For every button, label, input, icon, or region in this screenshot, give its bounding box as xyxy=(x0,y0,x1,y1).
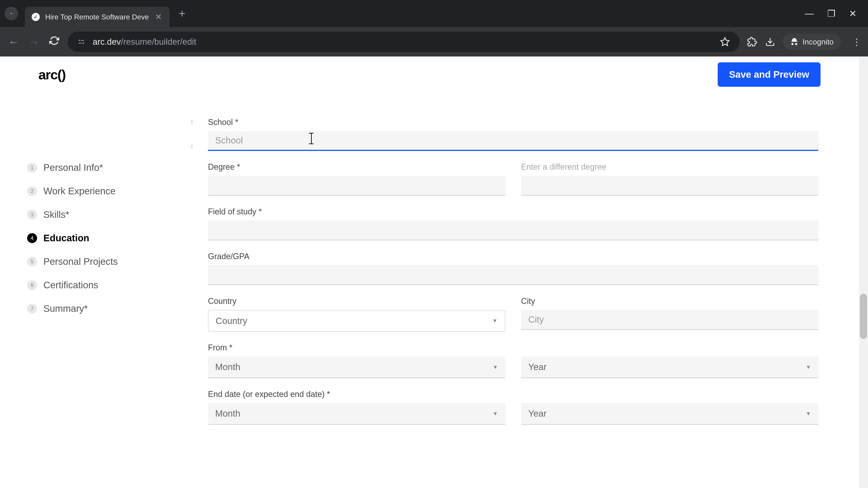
site-settings-icon[interactable] xyxy=(77,37,86,46)
school-input[interactable] xyxy=(208,131,818,151)
city-label: City xyxy=(521,296,818,306)
browser-menu-button[interactable]: ⋮ xyxy=(852,37,861,47)
forward-button[interactable]: → xyxy=(27,36,41,48)
step-label: Personal Projects xyxy=(43,256,118,267)
degree-input[interactable] xyxy=(208,176,505,196)
step-label: Summary* xyxy=(43,303,88,314)
back-button[interactable]: ← xyxy=(7,36,20,48)
field-of-study-input[interactable] xyxy=(208,221,818,240)
logo[interactable]: arc() xyxy=(38,67,66,83)
maximize-button[interactable]: ❐ xyxy=(827,8,835,19)
caret-down-icon: ▼ xyxy=(492,318,498,324)
school-label: School * xyxy=(208,118,818,127)
url-text: arc.dev/resume/builder/edit xyxy=(93,37,712,47)
reload-button[interactable] xyxy=(48,36,61,48)
caret-down-icon: ▼ xyxy=(493,411,498,417)
step-work-experience[interactable]: 2 Work Experience xyxy=(27,180,185,203)
downloads-button[interactable] xyxy=(765,36,776,47)
browser-tab[interactable]: ✓ Hire Top Remote Software Deve ✕ xyxy=(25,7,169,27)
scrollbar-thumb[interactable] xyxy=(860,294,867,339)
step-label: Certifications xyxy=(43,280,98,291)
step-personal-info[interactable]: 1 Personal Info* xyxy=(27,156,185,180)
step-label: Work Experience xyxy=(43,186,116,197)
step-summary[interactable]: 7 Summary* xyxy=(27,297,185,320)
step-number: 5 xyxy=(27,257,37,267)
step-label: Personal Info* xyxy=(43,162,103,173)
country-select[interactable]: Country ▼ xyxy=(208,310,505,332)
app-header: arc() Save and Preview xyxy=(0,57,859,93)
different-degree-label: Enter a different degree xyxy=(521,162,818,172)
reload-icon xyxy=(49,36,59,46)
save-preview-button[interactable]: Save and Preview xyxy=(718,62,820,87)
caret-down-icon: ▼ xyxy=(806,411,811,417)
tab-favicon: ✓ xyxy=(32,13,40,21)
degree-label: Degree * xyxy=(208,162,505,172)
caret-down-icon: ▼ xyxy=(806,364,811,370)
incognito-label: Incognito xyxy=(802,37,834,46)
end-month-select[interactable]: Month ▼ xyxy=(208,403,505,425)
svg-rect-3 xyxy=(79,43,82,43)
minimize-button[interactable]: — xyxy=(805,8,814,19)
steps-sidebar: 1 Personal Info* 2 Work Experience 3 Ski… xyxy=(0,93,185,488)
step-number: 7 xyxy=(27,304,37,314)
step-skills[interactable]: 3 Skills* xyxy=(27,203,185,226)
caret-down-icon: ▼ xyxy=(493,364,498,370)
scrollbar-track[interactable] xyxy=(859,57,868,488)
chevron-down-icon xyxy=(8,10,14,17)
end-date-label: End date (or expected end date) * xyxy=(208,390,505,399)
browser-toolbar: ← → arc.dev/resume/builder/edit Incognit… xyxy=(0,27,868,57)
different-degree-input[interactable] xyxy=(521,176,818,196)
browser-titlebar: ✓ Hire Top Remote Software Deve ✕ + — ❐ … xyxy=(0,0,868,27)
address-bar[interactable]: arc.dev/resume/builder/edit xyxy=(68,32,740,52)
end-year-select[interactable]: Year ▼ xyxy=(521,403,818,425)
step-number: 2 xyxy=(27,186,37,196)
close-window-button[interactable]: ✕ xyxy=(849,8,857,19)
step-label: Skills* xyxy=(43,209,69,220)
tab-search-button[interactable] xyxy=(4,7,18,20)
step-number: 3 xyxy=(27,210,37,220)
new-tab-button[interactable]: + xyxy=(179,7,185,20)
step-label: Education xyxy=(43,233,89,243)
tab-close-button[interactable]: ✕ xyxy=(154,11,163,23)
move-down-button[interactable]: ↓ xyxy=(190,140,194,150)
step-education[interactable]: 4 Education xyxy=(27,226,185,250)
incognito-badge[interactable]: Incognito xyxy=(782,34,841,50)
step-number: 6 xyxy=(27,280,37,290)
page-content: arc() Save and Preview 1 Personal Info* … xyxy=(0,57,868,488)
window-controls: — ❐ ✕ xyxy=(805,8,864,19)
extensions-button[interactable] xyxy=(746,36,758,47)
svg-rect-1 xyxy=(81,40,84,41)
field-of-study-label: Field of study * xyxy=(208,207,818,217)
from-month-select[interactable]: Month ▼ xyxy=(208,357,505,378)
reorder-controls: ↑ ↓ xyxy=(190,118,194,150)
svg-point-0 xyxy=(79,40,80,41)
move-up-button[interactable]: ↑ xyxy=(190,118,194,127)
step-personal-projects[interactable]: 5 Personal Projects xyxy=(27,250,185,273)
country-label: Country xyxy=(208,296,505,306)
grade-input[interactable] xyxy=(208,265,818,285)
education-form: ↑ ↓ School * Degree * Enter a different … xyxy=(185,93,868,488)
spacer-label xyxy=(521,390,818,399)
step-certifications[interactable]: 6 Certifications xyxy=(27,273,185,297)
from-year-select[interactable]: Year ▼ xyxy=(521,357,818,378)
grade-label: Grade/GPA xyxy=(208,252,818,261)
step-number: 4 xyxy=(27,233,37,243)
step-number: 1 xyxy=(27,163,37,173)
spacer-label xyxy=(521,343,818,352)
city-input[interactable] xyxy=(521,310,818,330)
svg-point-2 xyxy=(83,42,84,44)
from-label: From * xyxy=(208,343,505,352)
bookmark-button[interactable] xyxy=(719,36,731,47)
incognito-icon xyxy=(790,37,799,46)
tab-title: Hire Top Remote Software Deve xyxy=(45,13,149,21)
